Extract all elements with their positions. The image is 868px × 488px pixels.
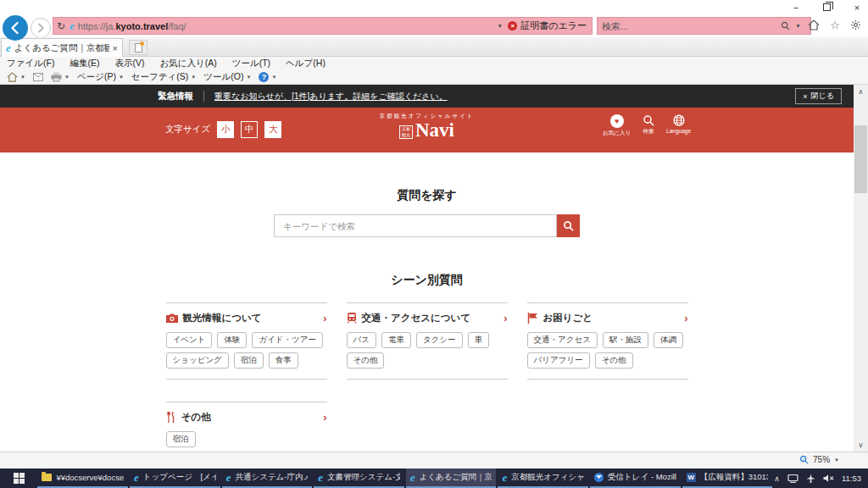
- tag-button[interactable]: バス: [347, 332, 376, 348]
- home-icon[interactable]: [808, 19, 820, 30]
- menu-view[interactable]: 表示(V): [114, 58, 144, 69]
- menu-file[interactable]: ファイル(F): [7, 58, 54, 69]
- tag-button[interactable]: ガイド・ツアー: [252, 332, 323, 348]
- display-icon[interactable]: [787, 474, 798, 483]
- tools-menu-button[interactable]: ツール(O)▼: [203, 71, 251, 83]
- scrollbar-thumb[interactable]: [854, 125, 867, 193]
- cutlery-icon: [166, 412, 176, 423]
- mail-icon[interactable]: [33, 73, 43, 81]
- refresh-icon[interactable]: ↻: [57, 20, 65, 32]
- category-link[interactable]: 観光情報について ›: [166, 312, 327, 324]
- menu-help[interactable]: ヘルプ(H): [286, 58, 326, 69]
- favorites-star-icon[interactable]: ☆: [830, 19, 840, 31]
- settings-gear-icon[interactable]: [850, 19, 861, 30]
- scroll-up-icon[interactable]: ∧: [854, 85, 868, 98]
- taskbar-item-explorer[interactable]: ¥¥docserve¥docser...: [37, 469, 128, 488]
- tag-button[interactable]: その他: [595, 352, 633, 369]
- keyword-search-input[interactable]: [274, 214, 557, 237]
- category-link[interactable]: お困りごと ›: [527, 312, 688, 324]
- help-menu-button[interactable]: ? ▼: [259, 72, 276, 82]
- tag-button[interactable]: 食事: [269, 352, 298, 369]
- favorites-button[interactable]: ♥ お気に入り: [603, 114, 631, 137]
- font-size-medium-button[interactable]: 中: [241, 121, 258, 138]
- tag-button[interactable]: 駅・施設: [603, 332, 648, 348]
- tag-button[interactable]: イベント: [166, 332, 213, 348]
- page-menu-button[interactable]: ページ(P)▼: [77, 71, 124, 83]
- menu-favorites[interactable]: お気に入り(A): [159, 58, 216, 69]
- category-link[interactable]: 交通・アクセスについて ›: [347, 312, 508, 324]
- zoom-level: 75%: [813, 455, 830, 464]
- start-button[interactable]: [0, 469, 37, 488]
- taskbar-item-word[interactable]: W 【広報資料】310130...: [682, 469, 773, 488]
- safety-menu-button[interactable]: セーフティ(S)▼: [131, 71, 196, 83]
- address-dropdown-icon[interactable]: ▼: [497, 23, 503, 29]
- folder-icon: [42, 474, 52, 481]
- restore-icon: [823, 3, 831, 11]
- tag-button[interactable]: 体調: [654, 332, 683, 348]
- url-text: https://ja.kyoto.travel/faq/: [78, 21, 492, 31]
- taskbar-item-ie-kyoto[interactable]: e 京都観光オフィシャル...: [498, 469, 588, 488]
- camera-icon: [166, 313, 178, 323]
- font-size-large-button[interactable]: 大: [264, 121, 281, 138]
- tag-button[interactable]: 体験: [217, 332, 247, 348]
- tray-expand-icon[interactable]: ∧: [774, 474, 780, 483]
- emergency-notice-link[interactable]: 重要なお知らせが、[1件]あります。詳細をご確認ください。: [214, 91, 448, 103]
- tag-button[interactable]: その他: [347, 352, 385, 369]
- menu-tools[interactable]: ツール(T): [232, 58, 270, 69]
- keyword-search-button[interactable]: [557, 214, 580, 237]
- certificate-error-badge[interactable]: × 証明書のエラー: [508, 19, 588, 32]
- taskbar-item-ie-faq[interactable]: e よくあるご質問｜京...: [406, 469, 497, 488]
- browser-search-box[interactable]: ▼: [597, 17, 811, 35]
- clock[interactable]: 11:53: [842, 474, 861, 483]
- search-icon[interactable]: [781, 21, 790, 30]
- language-button[interactable]: Language: [666, 114, 691, 137]
- back-button[interactable]: [3, 15, 28, 41]
- tab-close-icon[interactable]: ×: [113, 43, 118, 53]
- taskbar-item-ie-top[interactable]: e トップページ [メイン...: [130, 469, 220, 488]
- tag-button[interactable]: バリアフリー: [527, 352, 590, 369]
- tag-button[interactable]: 宿泊: [166, 431, 196, 447]
- tab-faq[interactable]: e よくあるご質問｜京都観光オフ... ×: [1, 38, 123, 57]
- chevron-right-icon: ›: [684, 314, 687, 323]
- tag-button[interactable]: ショッピング: [166, 352, 229, 369]
- emergency-close-button[interactable]: × 閉じる: [795, 88, 842, 104]
- globe-icon: [673, 114, 685, 126]
- ie-icon: e: [318, 473, 323, 482]
- logo-text: Navi: [415, 122, 454, 139]
- chevron-right-icon: ›: [504, 314, 507, 323]
- taskbar-item-ie-bunsho[interactable]: e 文書管理システム-文...: [314, 469, 404, 488]
- volume-muted-icon[interactable]: [823, 474, 834, 483]
- tag-button[interactable]: 交通・アクセス: [527, 332, 598, 348]
- home-command-button[interactable]: ▼: [7, 72, 25, 82]
- scroll-down-icon[interactable]: ∨: [854, 438, 868, 452]
- taskbar-item-thunderbird[interactable]: 受信トレイ - Mozilla ...: [590, 469, 681, 488]
- word-icon: W: [687, 473, 696, 482]
- zoom-control[interactable]: 75% ▼: [799, 455, 839, 464]
- close-icon: ×: [803, 92, 807, 101]
- taskbar-item-ie-kyotsu[interactable]: e 共通システム-庁内メ...: [222, 469, 313, 488]
- category-link[interactable]: その他 ›: [166, 411, 327, 424]
- vertical-scrollbar[interactable]: ∧ ∨: [854, 85, 868, 452]
- zoom-dropdown-icon[interactable]: ▼: [834, 458, 839, 463]
- site-search-button[interactable]: 検索: [643, 114, 654, 137]
- site-logo[interactable]: 京都観光オフィシャルサイト 京都観光 Navi: [380, 113, 475, 139]
- window-minimize-button[interactable]: −: [790, 3, 802, 13]
- font-size-small-button[interactable]: 小: [217, 121, 234, 138]
- tag-button[interactable]: 車: [468, 332, 490, 348]
- menu-edit[interactable]: 編集(E): [70, 58, 99, 69]
- address-bar[interactable]: ↻ e https://ja.kyoto.travel/faq/ ▼ × 証明書…: [53, 17, 593, 35]
- search-dropdown-icon[interactable]: ▼: [795, 23, 801, 29]
- airplane-mode-icon[interactable]: [806, 474, 815, 483]
- window-close-button[interactable]: ×: [851, 3, 863, 13]
- new-tab-button[interactable]: [129, 40, 147, 55]
- print-command-button[interactable]: ▼: [51, 72, 70, 82]
- category-card-other: その他 › 宿泊: [166, 402, 327, 452]
- tag-button[interactable]: タクシー: [416, 332, 463, 348]
- forward-button[interactable]: [31, 18, 51, 38]
- tag-button[interactable]: 宿泊: [234, 352, 264, 369]
- browser-search-input[interactable]: [602, 21, 781, 31]
- tag-button[interactable]: 電車: [381, 332, 411, 348]
- window-restore-button[interactable]: [821, 3, 832, 13]
- zoom-icon: [799, 455, 809, 464]
- printer-icon: [51, 72, 62, 82]
